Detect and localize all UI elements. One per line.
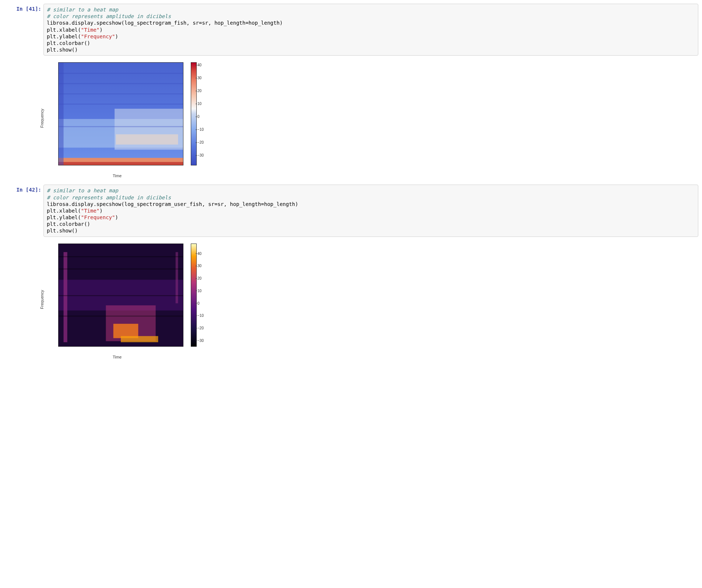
colorbar-tick: 30 <box>197 264 201 268</box>
prompt-prefix: In [ <box>17 6 29 12</box>
svg-rect-7 <box>59 83 183 84</box>
prompt-suffix: ]: <box>35 187 41 193</box>
spectrogram-figure: Frequency 403020100−10−2 <box>43 241 213 358</box>
colorbar-tick: 40 <box>197 63 201 67</box>
code-string: "Time" <box>81 27 100 33</box>
code-line: plt.colorbar() <box>47 40 90 46</box>
code-line: plt.colorbar() <box>47 221 90 227</box>
code-comment: # color represents amplitude in dicibels <box>47 195 171 200</box>
colorbar-tick: 0 <box>197 115 200 119</box>
input-prompt: In [41]: <box>4 4 43 14</box>
code-line: ) <box>115 214 118 220</box>
colorbar-tick: 20 <box>197 89 201 93</box>
spectrogram-figure: Frequency <box>43 59 213 177</box>
colorbar-tick: 40 <box>197 251 201 255</box>
code-line: ) <box>115 34 118 39</box>
output-area: Frequency <box>43 57 698 185</box>
code-line: plt.xlabel( <box>47 208 81 214</box>
code-line: librosa.display.specshow(log_spectrogram… <box>47 20 283 26</box>
svg-rect-6 <box>59 73 183 74</box>
svg-rect-8 <box>59 94 183 95</box>
x-axis-label: Time <box>113 355 122 359</box>
code-line: plt.show() <box>47 47 78 53</box>
code-line: plt.ylabel( <box>47 34 81 39</box>
code-comment: # similar to a heat map <box>47 7 118 13</box>
code-cell: In [41]: # similar to a heat map # color… <box>4 4 698 56</box>
code-input[interactable]: # similar to a heat map # color represen… <box>43 4 698 56</box>
svg-rect-9 <box>59 104 183 105</box>
colorbar-tick: 10 <box>197 288 201 293</box>
output-area: Frequency 403020100−10−2 <box>43 238 698 366</box>
code-line: ) <box>99 208 102 214</box>
code-comment: # color represents amplitude in dicibels <box>47 13 171 19</box>
colorbar-tick: 10 <box>197 102 201 106</box>
colorbar-tick: −30 <box>197 153 204 157</box>
y-axis-label: Frequency <box>40 290 44 309</box>
colorbar-tick: 30 <box>197 76 201 80</box>
svg-rect-11 <box>59 63 64 165</box>
y-axis-label: Frequency <box>40 109 44 128</box>
code-line: ) <box>99 27 102 33</box>
code-line: plt.ylabel( <box>47 214 81 220</box>
code-string: "Time" <box>81 208 100 214</box>
spectrogram-plot <box>58 62 183 165</box>
code-string: "Frequency" <box>81 214 115 220</box>
colorbar-tick: −20 <box>197 326 204 330</box>
heatmap-image <box>59 63 183 165</box>
svg-rect-3 <box>116 134 178 145</box>
svg-rect-5 <box>59 162 183 165</box>
code-line: plt.show() <box>47 228 78 234</box>
svg-rect-23 <box>59 315 183 316</box>
colorbar-tick: −20 <box>197 140 204 144</box>
heatmap-image <box>59 244 183 346</box>
code-line: plt.xlabel( <box>47 27 81 33</box>
colorbar: 403020100−10−20−30 <box>191 244 211 347</box>
code-string: "Frequency" <box>81 34 115 39</box>
svg-rect-20 <box>59 256 183 257</box>
x-axis-label: Time <box>113 174 122 178</box>
colorbar-tick: −10 <box>197 314 204 318</box>
code-line: librosa.display.specshow(log_spectrogram… <box>47 201 298 207</box>
svg-rect-21 <box>59 268 183 269</box>
code-input[interactable]: # similar to a heat map # color represen… <box>43 185 698 237</box>
input-prompt: In [42]: <box>4 185 43 195</box>
colorbar: 403020100−10−20−30 <box>191 62 211 165</box>
colorbar-ticks: 403020100−10−20−30 <box>197 62 211 165</box>
code-cell: In [42]: # similar to a heat map # color… <box>4 185 698 237</box>
colorbar-ticks: 403020100−10−20−30 <box>197 244 211 347</box>
svg-rect-18 <box>64 252 67 342</box>
prompt-prefix: In [ <box>17 187 29 193</box>
colorbar-tick: −30 <box>197 338 204 342</box>
colorbar-gradient <box>191 244 197 347</box>
colorbar-tick: −10 <box>197 127 204 132</box>
spectrogram-plot <box>58 244 183 347</box>
svg-rect-22 <box>59 295 183 296</box>
colorbar-tick: 0 <box>197 301 200 305</box>
code-comment: # similar to a heat map <box>47 188 118 193</box>
prompt-suffix: ]: <box>35 6 41 12</box>
svg-rect-17 <box>121 336 158 342</box>
prompt-number: 41 <box>29 6 35 12</box>
prompt-number: 42 <box>29 187 35 193</box>
svg-rect-10 <box>59 126 183 127</box>
svg-rect-16 <box>113 323 138 338</box>
colorbar-tick: 20 <box>197 276 201 280</box>
